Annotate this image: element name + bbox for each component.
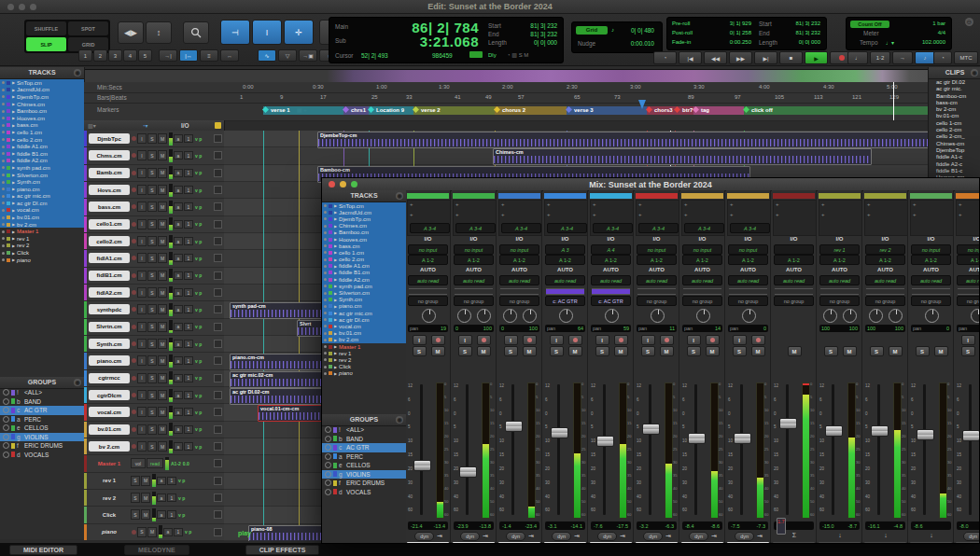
mute-button[interactable]: M [568, 346, 582, 356]
playlist-button[interactable]: 1 [184, 254, 193, 262]
solo-button[interactable]: S [147, 407, 157, 417]
group-enable-icon[interactable] [325, 436, 331, 442]
track-header-row[interactable]: Master 1volreadA1-20.0 [84, 455, 224, 472]
track-header-row[interactable]: piano.cmISMa1v p [84, 353, 224, 369]
fader-cap[interactable] [688, 433, 706, 444]
solo-button[interactable]: S [147, 373, 157, 383]
track-header-row[interactable]: bv 2.cmISMa1v p [84, 438, 224, 455]
channel-name[interactable]: bv.01.cm [681, 542, 723, 544]
solo-button[interactable]: S [687, 346, 701, 356]
go-to-end-button[interactable]: ▶| [754, 51, 777, 64]
send-add-icon[interactable]: + [959, 212, 962, 217]
send-add-icon[interactable]: + [593, 212, 596, 217]
solo-button[interactable]: S [137, 527, 147, 537]
track-list-item[interactable]: ▶Hooves.cm [0, 115, 84, 122]
track-name[interactable]: piano.cm [89, 355, 130, 366]
mtc-button[interactable]: MTC [954, 51, 978, 64]
send-slot[interactable]: A 3-4 [684, 223, 724, 233]
pan-display[interactable]: 100100 [865, 325, 905, 332]
track-show-dot-icon[interactable] [2, 103, 5, 105]
solo-button[interactable]: S [550, 346, 564, 356]
playlist-button[interactable]: 1 [184, 186, 193, 194]
track-list-item[interactable]: ▶fiddle B1.cm [0, 150, 84, 158]
insertion-follows-playback-button[interactable]: |↔ [179, 49, 198, 62]
pan-knob-right[interactable] [477, 309, 491, 323]
count-in-button[interactable]: 1·2 [870, 51, 890, 64]
mix-groups-menu-icon[interactable]: ◉ [396, 416, 403, 424]
mute-button[interactable]: M [843, 346, 857, 356]
fader-cap[interactable] [825, 425, 843, 437]
input-monitor-button[interactable]: I [137, 304, 147, 314]
group-enable-icon[interactable] [3, 407, 9, 413]
fader-flip-icon[interactable]: ⇥ [757, 533, 763, 540]
group-list-item[interactable]: bBAND [322, 435, 406, 444]
marker-label[interactable]: chorus 2 [502, 107, 525, 113]
group-selector[interactable]: no group [911, 296, 951, 306]
pan-knob[interactable] [925, 309, 939, 323]
mix-window-titlebar[interactable]: Mix: Sunset at the Border 2024 [322, 178, 979, 191]
automation-mode-button[interactable]: a [174, 374, 183, 382]
solo-button[interactable]: S [147, 219, 157, 229]
output-selector[interactable]: A 1-2 [454, 255, 494, 265]
input-monitor-button[interactable]: I [504, 335, 518, 345]
send-add-icon[interactable]: + [410, 212, 413, 217]
online-button[interactable]: ◔ [653, 51, 677, 64]
edit-window-titlebar[interactable]: Edit: Sunset at the Border 2024 [0, 0, 980, 14]
output-window-button[interactable] [214, 186, 222, 194]
automation-mode-button[interactable]: a [157, 510, 166, 519]
group-list-item[interactable]: aPERC [0, 415, 84, 424]
output-window-button[interactable] [214, 374, 222, 382]
channel-strip[interactable]: ++A 3-4I/Ono inputA 1-2AUTOauto readno g… [497, 190, 542, 544]
output-selector[interactable]: A 1-2 [911, 255, 951, 265]
track-show-dot-icon[interactable] [324, 292, 327, 295]
playlist-button[interactable]: 1 [184, 391, 193, 399]
mute-button[interactable]: M [158, 339, 167, 349]
solo-button[interactable]: S [147, 168, 157, 178]
playlist-button[interactable]: 1 [184, 169, 193, 177]
track-list-item[interactable]: ▶fiddle A1.cm [0, 143, 84, 150]
solo-button[interactable]: S [147, 236, 157, 246]
input-monitor-button[interactable]: I [137, 202, 147, 212]
track-show-dot-icon[interactable] [2, 209, 5, 212]
selector-tool-button[interactable]: I [252, 20, 282, 45]
rewind-button[interactable]: ◀◀ [704, 51, 727, 64]
mute-button[interactable]: M [158, 150, 167, 160]
track-show-dot-icon[interactable] [2, 244, 5, 247]
group-enable-icon[interactable] [3, 398, 9, 405]
return-arrow-icon[interactable]: ↓ [838, 532, 842, 538]
track-list-item[interactable]: ▶bv 2.cm [0, 221, 84, 229]
input-selector[interactable] [774, 244, 814, 255]
send-add-icon[interactable]: + [821, 202, 825, 207]
solo-button[interactable]: S [147, 304, 157, 314]
track-name[interactable]: fidlA1.cm [89, 253, 130, 263]
send-add-icon[interactable]: + [821, 212, 825, 217]
marker-label[interactable]: verse 1 [271, 107, 290, 113]
automation-mode-selector[interactable]: auto read [819, 275, 860, 285]
group-selector[interactable]: no group [957, 296, 980, 306]
group-enable-icon[interactable] [325, 426, 331, 433]
automation-mode-selector[interactable]: auto read [911, 275, 951, 285]
clip-list-item[interactable]: Bamboo-cm [929, 93, 980, 100]
track-list-item[interactable]: ▶vocal.cm [0, 207, 84, 215]
channel-strip[interactable]: ++A 3-4I/Ono inputA 1-2AUTOauto readno g… [680, 190, 725, 544]
track-list-item[interactable]: ▶synth pad.cm [0, 164, 84, 172]
track-list-item[interactable]: ▶bv.01.cm [322, 330, 406, 337]
clip-list-item[interactable]: cello 2-cm [929, 127, 980, 133]
group-list-item[interactable]: !<ALL> [0, 388, 84, 397]
playlist-button[interactable]: 1 [184, 442, 193, 451]
input-monitor-button[interactable]: I [641, 335, 655, 345]
output-path-label[interactable]: A1-2 [171, 461, 181, 466]
track-list-item[interactable]: ▶Master 1 [322, 343, 406, 350]
fader-cap[interactable] [596, 436, 614, 447]
record-enable-button[interactable] [132, 393, 136, 397]
track-show-dot-icon[interactable] [2, 188, 5, 190]
send-add-icon[interactable]: + [593, 202, 596, 207]
track-list-item[interactable]: ▶piano [322, 370, 406, 377]
track-list-item[interactable]: ▶fiddle A1.cm [322, 263, 406, 270]
track-list-item[interactable]: ▶rev 1 [0, 235, 84, 243]
track-list-item[interactable]: ▶cello 1.cm [0, 129, 84, 136]
fader-flip-icon[interactable]: ⇥ [665, 533, 671, 540]
channel-strip[interactable]: ++A 3-4I/Ono inputA 1-2AUTOauto readno g… [726, 190, 771, 544]
clip-list-item[interactable]: fiddle A1-c [929, 154, 980, 160]
track-list-item[interactable]: ▶piano.cm [0, 186, 84, 193]
